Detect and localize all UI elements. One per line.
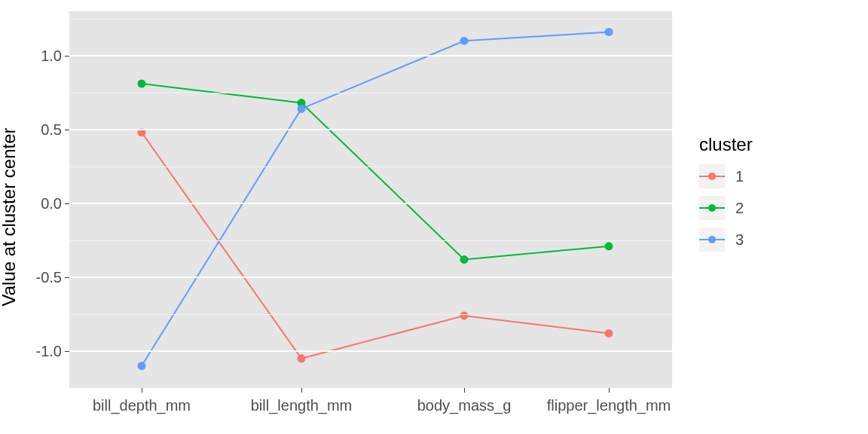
- y-tick-label: 0.5: [41, 121, 62, 138]
- grid-major: [69, 55, 672, 57]
- y-tick-label: -1.0: [36, 342, 62, 359]
- series-line: [142, 84, 609, 259]
- legend: cluster 123: [699, 134, 753, 259]
- series-point: [460, 255, 469, 264]
- series-point: [138, 362, 146, 370]
- grid-major: [69, 350, 672, 352]
- y-tick-label: 0.0: [41, 194, 62, 212]
- x-tick-label: bill_depth_mm: [93, 397, 191, 414]
- x-tick-label: flipper_length_mm: [547, 397, 671, 414]
- grid-major: [69, 203, 672, 204]
- series-point: [298, 354, 306, 362]
- series-point: [605, 329, 613, 338]
- legend-item: 1: [699, 164, 753, 188]
- legend-item: 2: [699, 196, 753, 220]
- legend-key: [699, 196, 725, 220]
- grid-major: [69, 129, 672, 130]
- x-tick-label: bill_length_mm: [251, 397, 353, 414]
- series-point: [138, 80, 146, 88]
- x-tick-mark: [464, 388, 465, 393]
- y-tick-mark: [65, 351, 69, 352]
- x-tick-label: body_mass_g: [417, 397, 512, 414]
- grid-minor: [69, 314, 672, 315]
- grid-major: [69, 277, 672, 278]
- legend-label: 2: [735, 200, 744, 217]
- grid-minor: [69, 19, 672, 20]
- grid-minor: [69, 93, 672, 93]
- legend-key: [699, 164, 725, 188]
- x-tick-mark: [142, 388, 142, 393]
- series-point: [605, 242, 613, 250]
- legend-title: cluster: [699, 134, 753, 155]
- series-line: [142, 32, 609, 365]
- plot-panel: -1.0-0.50.00.51.0bill_depth_mmbill_lengt…: [69, 11, 672, 388]
- legend-label: 3: [735, 231, 744, 249]
- chart-container: Value at cluster center -1.0-0.50.00.51.…: [0, 0, 868, 434]
- y-tick-mark: [65, 130, 69, 130]
- series-point: [460, 37, 469, 45]
- y-axis-title: Value at cluster center: [0, 127, 20, 306]
- legend-key: [699, 228, 725, 252]
- plot-lines: [69, 11, 672, 388]
- y-tick-label: -0.5: [36, 268, 62, 286]
- y-tick-mark: [65, 203, 69, 204]
- legend-label: 1: [735, 168, 744, 185]
- series-point: [605, 28, 613, 36]
- y-tick-mark: [65, 277, 69, 278]
- grid-minor: [69, 240, 672, 241]
- legend-item: 3: [699, 228, 753, 252]
- series-point: [298, 105, 306, 113]
- y-tick-mark: [65, 56, 69, 57]
- y-tick-label: 1.0: [41, 47, 62, 64]
- series-point: [460, 311, 469, 319]
- x-tick-mark: [301, 388, 302, 393]
- x-tick-mark: [609, 388, 610, 393]
- grid-minor: [69, 167, 672, 167]
